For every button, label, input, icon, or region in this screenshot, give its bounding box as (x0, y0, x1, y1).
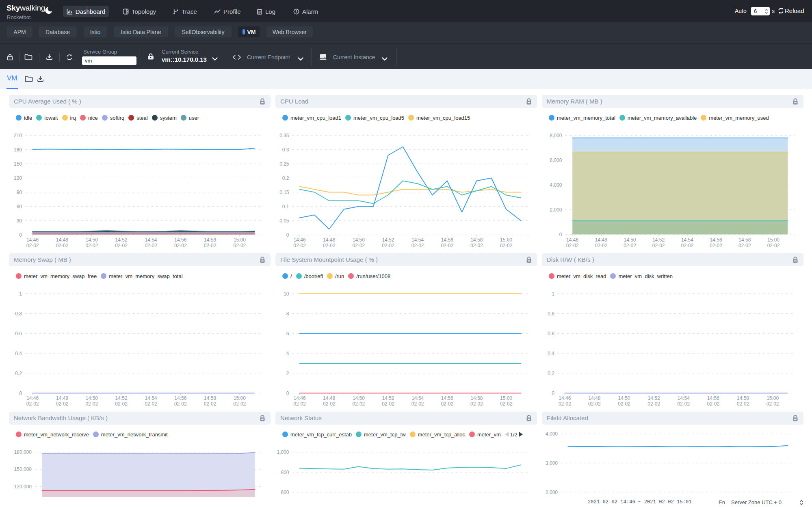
svg-text:120,000: 120,000 (14, 484, 32, 490)
svg-text:0: 0 (19, 232, 22, 238)
svg-text:14:56: 14:56 (707, 395, 719, 401)
svg-text:0.25: 0.25 (279, 161, 289, 167)
svg-text:14:52: 14:52 (382, 237, 394, 243)
svg-text:02-02: 02-02 (85, 243, 98, 248)
svg-text:15:00: 15:00 (234, 237, 246, 243)
svg-text:60: 60 (17, 204, 22, 209)
svg-text:02-02: 02-02 (56, 243, 69, 248)
svg-text:02-02: 02-02 (115, 401, 128, 407)
svg-text:150,000: 150,000 (14, 466, 32, 472)
svg-text:14:58: 14:58 (737, 395, 749, 401)
svg-text:02-02: 02-02 (588, 401, 601, 407)
svg-text:14:52: 14:52 (652, 237, 665, 243)
svg-text:14:54: 14:54 (145, 237, 157, 243)
svg-text:15:00: 15:00 (500, 395, 512, 401)
svg-text:02-02: 02-02 (115, 243, 128, 248)
svg-text:14:48: 14:48 (323, 237, 335, 243)
svg-text:90: 90 (17, 190, 22, 195)
svg-text:1,000: 1,000 (277, 449, 289, 455)
svg-text:10: 10 (284, 291, 289, 297)
svg-text:14:48: 14:48 (588, 395, 600, 401)
svg-text:02-02: 02-02 (353, 243, 365, 248)
svg-text:14:46: 14:46 (294, 237, 306, 243)
svg-text:14:58: 14:58 (204, 395, 216, 401)
svg-text:0.8: 0.8 (15, 311, 22, 317)
svg-text:8,000: 8,000 (550, 133, 562, 138)
svg-text:6,000: 6,000 (550, 157, 562, 163)
svg-text:02-02: 02-02 (293, 401, 306, 407)
svg-text:0.2: 0.2 (15, 371, 22, 376)
svg-text:15:00: 15:00 (767, 395, 779, 401)
svg-text:0: 0 (286, 390, 289, 396)
svg-text:02-02: 02-02 (382, 243, 394, 248)
svg-text:0.6: 0.6 (548, 331, 554, 337)
svg-text:14:48: 14:48 (56, 395, 68, 401)
svg-text:2,000: 2,000 (546, 490, 558, 495)
svg-text:02-02: 02-02 (145, 243, 157, 248)
svg-text:02-02: 02-02 (174, 243, 187, 248)
svg-text:2,000: 2,000 (550, 207, 562, 213)
svg-text:14:56: 14:56 (441, 395, 453, 401)
svg-text:14:56: 14:56 (174, 395, 186, 401)
svg-text:14:54: 14:54 (411, 237, 424, 243)
svg-text:600: 600 (281, 490, 289, 495)
svg-text:02-02: 02-02 (767, 401, 779, 407)
svg-text:14:58: 14:58 (470, 395, 483, 401)
svg-text:02-02: 02-02 (411, 401, 424, 407)
svg-text:0: 0 (286, 232, 289, 238)
svg-text:0.8: 0.8 (548, 311, 554, 317)
svg-text:14:52: 14:52 (648, 395, 660, 401)
svg-text:120: 120 (14, 175, 22, 181)
svg-text:02-02: 02-02 (56, 401, 69, 407)
svg-text:14:56: 14:56 (441, 237, 453, 243)
svg-text:14:56: 14:56 (174, 237, 186, 243)
svg-text:0.4: 0.4 (15, 351, 22, 356)
svg-text:14:48: 14:48 (595, 237, 607, 243)
svg-text:150: 150 (14, 161, 22, 167)
svg-text:02-02: 02-02 (710, 243, 722, 248)
svg-text:02-02: 02-02 (441, 401, 453, 407)
svg-text:14:50: 14:50 (353, 237, 365, 243)
svg-text:15:00: 15:00 (234, 395, 246, 401)
svg-text:0: 0 (559, 232, 562, 237)
svg-text:02-02: 02-02 (204, 401, 217, 407)
svg-text:14:54: 14:54 (145, 395, 157, 401)
svg-text:02-02: 02-02 (234, 401, 246, 407)
svg-text:8: 8 (286, 311, 289, 317)
svg-text:14:54: 14:54 (411, 395, 424, 401)
svg-text:14:46: 14:46 (294, 395, 306, 401)
svg-text:4: 4 (286, 351, 289, 356)
svg-text:02-02: 02-02 (470, 243, 483, 248)
svg-text:14:58: 14:58 (204, 237, 216, 243)
svg-text:14:50: 14:50 (618, 395, 630, 401)
svg-text:14:52: 14:52 (115, 237, 128, 243)
svg-text:02-02: 02-02 (707, 401, 720, 407)
svg-text:02-02: 02-02 (293, 243, 306, 248)
svg-text:0.4: 0.4 (548, 351, 554, 356)
svg-text:14:48: 14:48 (323, 395, 335, 401)
svg-text:02-02: 02-02 (234, 243, 246, 248)
svg-text:14:46: 14:46 (26, 395, 39, 401)
svg-text:14:48: 14:48 (56, 237, 68, 243)
svg-text:180: 180 (14, 147, 22, 153)
svg-text:02-02: 02-02 (737, 401, 749, 407)
svg-text:02-02: 02-02 (738, 243, 751, 248)
svg-text:02-02: 02-02 (559, 401, 571, 407)
svg-text:4,000: 4,000 (550, 182, 562, 188)
svg-text:02-02: 02-02 (647, 401, 660, 407)
svg-text:0: 0 (552, 390, 554, 396)
svg-text:02-02: 02-02 (323, 243, 336, 248)
svg-text:02-02: 02-02 (624, 243, 636, 248)
svg-text:02-02: 02-02 (500, 401, 513, 407)
svg-text:4,000: 4,000 (546, 431, 558, 437)
svg-text:02-02: 02-02 (441, 243, 453, 248)
svg-text:02-02: 02-02 (595, 243, 608, 248)
svg-text:02-02: 02-02 (470, 401, 483, 407)
svg-text:0.2: 0.2 (548, 371, 554, 376)
svg-text:2: 2 (286, 371, 289, 376)
svg-text:02-02: 02-02 (767, 243, 780, 248)
svg-text:14:50: 14:50 (624, 237, 636, 243)
svg-text:14:46: 14:46 (559, 395, 571, 401)
svg-text:0.3: 0.3 (282, 147, 289, 153)
svg-text:02-02: 02-02 (566, 243, 579, 248)
